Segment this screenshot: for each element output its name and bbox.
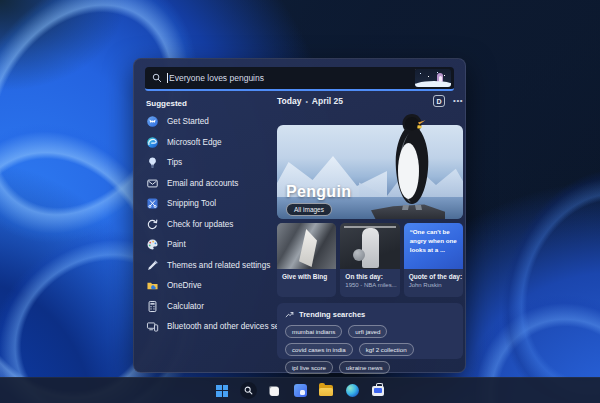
photo-frame-decoration — [344, 226, 395, 228]
search-icon — [244, 386, 253, 395]
trending-chip[interactable]: mumbai indians — [285, 325, 342, 338]
suggested-item-label: Snipping Tool — [167, 199, 216, 208]
separator-dot: • — [305, 98, 307, 105]
onedrive-icon — [146, 279, 159, 292]
store-button[interactable] — [370, 382, 387, 399]
file-explorer-icon — [319, 385, 333, 396]
get-started-icon — [146, 115, 159, 128]
search-query[interactable]: Everyone loves penguins — [167, 73, 264, 83]
trending-heading: Trending searches — [299, 310, 365, 319]
suggested-item-label: Bluetooth and other devices sett... — [167, 322, 291, 331]
taskbar — [0, 377, 600, 403]
microsoft-store-icon — [372, 386, 384, 396]
today-label: Today — [277, 96, 301, 106]
suggested-item-calculator[interactable]: Calculator — [146, 300, 274, 313]
all-images-button[interactable]: All images — [286, 203, 332, 216]
search-icon — [152, 73, 162, 83]
bluetooth-devices-icon — [146, 320, 159, 333]
email-icon — [146, 177, 159, 190]
taskbar-search-button[interactable] — [240, 382, 257, 399]
info-cards-row: Give with Bing On this day: 1950 - NBA m… — [277, 223, 463, 297]
profile-badge[interactable]: D — [433, 95, 445, 107]
quote-text: “One can't be angry when one looks at a … — [410, 228, 457, 255]
suggested-item-label: Email and accounts — [167, 179, 238, 188]
suggested-item-label: Microsoft Edge — [167, 138, 222, 147]
search-input[interactable]: Everyone loves penguins — [145, 67, 454, 91]
penguin-illustration — [415, 69, 451, 87]
hero-card-penguin[interactable]: Penguin All images — [277, 125, 463, 219]
trending-chips: mumbai indians urfi javed covid cases in… — [285, 325, 455, 374]
task-view-button[interactable] — [266, 382, 283, 399]
search-flyout: Everyone loves penguins Suggested — [133, 58, 466, 373]
trending-chip[interactable]: covid cases in india — [285, 343, 353, 356]
suggested-item-label: Get Started — [167, 117, 209, 126]
card-title: Quote of the day: — [409, 273, 458, 280]
edge-icon — [146, 136, 159, 149]
suggested-heading: Suggested — [146, 99, 187, 108]
widgets-icon — [294, 384, 307, 397]
trending-chip[interactable]: ipl live score — [285, 361, 333, 374]
text-caret — [167, 73, 168, 83]
desktop: Everyone loves penguins Suggested — [0, 0, 600, 403]
content-header: Today • April 25 D ••• — [277, 95, 463, 107]
windows-logo-icon — [216, 385, 228, 397]
on-this-day-image — [340, 223, 399, 269]
trending-chip[interactable]: ukraine news — [339, 361, 389, 374]
suggested-item-paint[interactable]: Paint — [146, 238, 274, 251]
edge-browser-button[interactable] — [344, 382, 361, 399]
suggested-item-check-updates[interactable]: Check for updates — [146, 218, 274, 231]
stars-decoration — [415, 69, 416, 70]
card-give-with-bing[interactable]: Give with Bing — [277, 223, 336, 297]
card-on-this-day[interactable]: On this day: 1950 - NBA miles... — [340, 223, 399, 297]
snipping-tool-icon — [146, 197, 159, 210]
hero-title: Penguin — [286, 183, 351, 201]
trending-chip[interactable]: urfi javed — [348, 325, 387, 338]
card-quote-of-the-day[interactable]: “One can't be angry when one looks at a … — [404, 223, 463, 297]
date-label: April 25 — [312, 96, 343, 106]
suggested-item-snipping-tool[interactable]: Snipping Tool — [146, 197, 274, 210]
suggested-item-label: Tips — [167, 158, 182, 167]
suggested-item-label: Check for updates — [167, 220, 233, 229]
give-with-bing-image — [277, 223, 336, 269]
quote-image: “One can't be angry when one looks at a … — [404, 223, 463, 269]
themes-icon — [146, 259, 159, 272]
card-caption: Give with Bing — [282, 273, 331, 280]
suggested-item-onedrive[interactable]: OneDrive — [146, 279, 274, 292]
suggested-list: Get Started Microsoft Edge — [146, 115, 274, 333]
tips-icon — [146, 156, 159, 169]
suggested-item-themes[interactable]: Themes and related settings — [146, 259, 274, 272]
card-subtitle: 1950 - NBA miles... — [345, 282, 394, 288]
paint-icon — [146, 238, 159, 251]
suggested-item-label: Paint — [167, 240, 186, 249]
card-title: On this day: — [345, 273, 394, 280]
widgets-button[interactable] — [292, 382, 309, 399]
edge-icon — [346, 384, 359, 397]
card-subtitle: John Ruskin — [409, 282, 458, 288]
start-button[interactable] — [214, 382, 231, 399]
more-options-icon[interactable]: ••• — [453, 98, 463, 104]
suggested-item-tips[interactable]: Tips — [146, 156, 274, 169]
trending-searches-card: Trending searches mumbai indians urfi ja… — [277, 303, 463, 359]
suggested-item-label: Themes and related settings — [167, 261, 270, 270]
snow-decoration — [415, 81, 451, 87]
task-view-icon — [267, 384, 281, 398]
suggested-item-label: Calculator — [167, 302, 204, 311]
suggested-item-get-started[interactable]: Get Started — [146, 115, 274, 128]
trending-chip[interactable]: kgf 2 collection — [359, 343, 414, 356]
suggested-item-bluetooth-devices[interactable]: Bluetooth and other devices sett... — [146, 320, 274, 333]
calculator-icon — [146, 300, 159, 313]
updates-icon — [146, 218, 159, 231]
trending-icon — [285, 310, 294, 319]
suggested-item-microsoft-edge[interactable]: Microsoft Edge — [146, 136, 274, 149]
file-explorer-button[interactable] — [318, 382, 335, 399]
penguin-image — [389, 113, 435, 215]
suggested-item-label: OneDrive — [167, 281, 202, 290]
suggested-item-email-accounts[interactable]: Email and accounts — [146, 177, 274, 190]
